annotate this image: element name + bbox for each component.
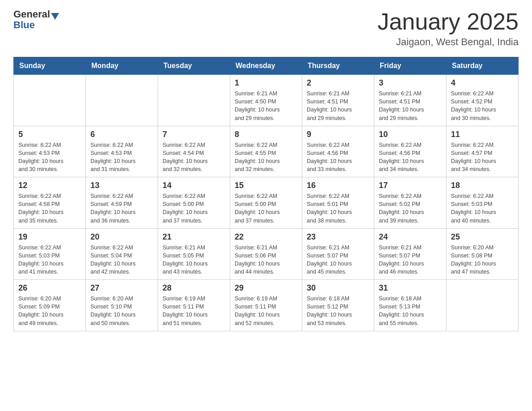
day-info: Sunrise: 6:18 AM Sunset: 5:13 PM Dayligh… [379, 295, 442, 327]
calendar-cell: 30Sunrise: 6:18 AM Sunset: 5:12 PM Dayli… [302, 280, 374, 331]
day-number: 22 [235, 232, 297, 242]
calendar-cell: 18Sunrise: 6:22 AM Sunset: 5:03 PM Dayli… [446, 177, 519, 229]
day-info: Sunrise: 6:21 AM Sunset: 4:51 PM Dayligh… [307, 90, 369, 122]
day-info: Sunrise: 6:20 AM Sunset: 5:09 PM Dayligh… [18, 295, 81, 327]
calendar-cell: 5Sunrise: 6:22 AM Sunset: 4:53 PM Daylig… [14, 126, 86, 177]
calendar-cell: 31Sunrise: 6:18 AM Sunset: 5:13 PM Dayli… [374, 280, 446, 331]
day-number: 21 [163, 232, 225, 242]
day-info: Sunrise: 6:22 AM Sunset: 5:02 PM Dayligh… [379, 192, 442, 225]
day-number: 28 [163, 283, 225, 293]
day-number: 25 [451, 232, 514, 242]
day-number: 31 [379, 283, 442, 293]
day-info: Sunrise: 6:21 AM Sunset: 5:05 PM Dayligh… [163, 244, 225, 276]
day-number: 24 [379, 232, 442, 242]
day-number: 3 [379, 78, 442, 88]
calendar-cell: 23Sunrise: 6:21 AM Sunset: 5:07 PM Dayli… [302, 228, 374, 280]
logo-arrow-icon [51, 13, 59, 20]
day-number: 7 [163, 130, 225, 139]
calendar-cell: 6Sunrise: 6:22 AM Sunset: 4:53 PM Daylig… [86, 126, 158, 177]
weekday-header-saturday: Saturday [446, 57, 519, 75]
calendar-cell: 10Sunrise: 6:22 AM Sunset: 4:56 PM Dayli… [374, 126, 446, 177]
calendar-cell [14, 75, 86, 126]
calendar-cell: 8Sunrise: 6:22 AM Sunset: 4:55 PM Daylig… [230, 126, 302, 177]
calendar-cell: 26Sunrise: 6:20 AM Sunset: 5:09 PM Dayli… [14, 280, 86, 331]
day-info: Sunrise: 6:22 AM Sunset: 4:57 PM Dayligh… [451, 141, 514, 174]
day-info: Sunrise: 6:22 AM Sunset: 4:59 PM Dayligh… [90, 192, 153, 225]
day-info: Sunrise: 6:20 AM Sunset: 5:10 PM Dayligh… [90, 295, 153, 327]
calendar-cell: 11Sunrise: 6:22 AM Sunset: 4:57 PM Dayli… [446, 126, 519, 177]
day-number: 26 [18, 283, 81, 293]
day-number: 30 [307, 283, 369, 293]
calendar-cell: 15Sunrise: 6:22 AM Sunset: 5:00 PM Dayli… [230, 177, 302, 229]
day-info: Sunrise: 6:21 AM Sunset: 5:07 PM Dayligh… [307, 244, 369, 276]
day-info: Sunrise: 6:22 AM Sunset: 5:03 PM Dayligh… [18, 244, 81, 276]
day-number: 12 [18, 181, 81, 190]
day-number: 17 [379, 181, 442, 190]
calendar-cell: 20Sunrise: 6:22 AM Sunset: 5:04 PM Dayli… [86, 228, 158, 280]
day-info: Sunrise: 6:21 AM Sunset: 5:07 PM Dayligh… [379, 244, 442, 276]
logo-blue: Blue [13, 20, 60, 30]
logo-general: General [13, 9, 50, 20]
day-number: 1 [235, 78, 297, 88]
calendar-week-3: 12Sunrise: 6:22 AM Sunset: 4:58 PM Dayli… [14, 177, 519, 229]
day-info: Sunrise: 6:19 AM Sunset: 5:11 PM Dayligh… [163, 295, 225, 327]
day-info: Sunrise: 6:22 AM Sunset: 4:52 PM Dayligh… [451, 90, 514, 122]
day-info: Sunrise: 6:18 AM Sunset: 5:12 PM Dayligh… [307, 295, 369, 327]
calendar-week-1: 1Sunrise: 6:21 AM Sunset: 4:50 PM Daylig… [14, 75, 519, 126]
calendar-cell: 7Sunrise: 6:22 AM Sunset: 4:54 PM Daylig… [158, 126, 230, 177]
day-number: 16 [307, 181, 369, 190]
day-info: Sunrise: 6:21 AM Sunset: 5:06 PM Dayligh… [235, 244, 297, 276]
day-number: 14 [163, 181, 225, 190]
calendar-cell: 4Sunrise: 6:22 AM Sunset: 4:52 PM Daylig… [446, 75, 519, 126]
day-number: 23 [307, 232, 369, 242]
day-number: 20 [90, 232, 153, 242]
day-info: Sunrise: 6:22 AM Sunset: 4:56 PM Dayligh… [307, 141, 369, 174]
calendar-cell: 27Sunrise: 6:20 AM Sunset: 5:10 PM Dayli… [86, 280, 158, 331]
weekday-header-friday: Friday [374, 57, 446, 75]
day-info: Sunrise: 6:22 AM Sunset: 5:01 PM Dayligh… [307, 192, 369, 225]
day-info: Sunrise: 6:22 AM Sunset: 4:56 PM Dayligh… [379, 141, 442, 174]
weekday-header-tuesday: Tuesday [158, 57, 230, 75]
day-number: 19 [18, 232, 81, 242]
calendar-cell [446, 280, 519, 331]
day-info: Sunrise: 6:21 AM Sunset: 4:50 PM Dayligh… [235, 90, 297, 122]
calendar-cell: 28Sunrise: 6:19 AM Sunset: 5:11 PM Dayli… [158, 280, 230, 331]
calendar-cell: 17Sunrise: 6:22 AM Sunset: 5:02 PM Dayli… [374, 177, 446, 229]
calendar-table: SundayMondayTuesdayWednesdayThursdayFrid… [13, 57, 519, 331]
day-info: Sunrise: 6:20 AM Sunset: 5:08 PM Dayligh… [451, 244, 514, 276]
calendar-cell: 21Sunrise: 6:21 AM Sunset: 5:05 PM Dayli… [158, 228, 230, 280]
day-info: Sunrise: 6:22 AM Sunset: 5:00 PM Dayligh… [235, 192, 297, 225]
day-number: 18 [451, 181, 514, 190]
day-info: Sunrise: 6:22 AM Sunset: 5:04 PM Dayligh… [90, 244, 153, 276]
calendar-cell: 3Sunrise: 6:21 AM Sunset: 4:51 PM Daylig… [374, 75, 446, 126]
day-number: 6 [90, 130, 153, 139]
calendar-cell: 2Sunrise: 6:21 AM Sunset: 4:51 PM Daylig… [302, 75, 374, 126]
day-number: 29 [235, 283, 297, 293]
day-number: 10 [379, 130, 442, 139]
day-number: 5 [18, 130, 81, 139]
calendar-cell: 24Sunrise: 6:21 AM Sunset: 5:07 PM Dayli… [374, 228, 446, 280]
day-info: Sunrise: 6:22 AM Sunset: 4:58 PM Dayligh… [18, 192, 81, 225]
logo: General Blue [13, 9, 60, 30]
calendar-cell: 13Sunrise: 6:22 AM Sunset: 4:59 PM Dayli… [86, 177, 158, 229]
day-info: Sunrise: 6:22 AM Sunset: 5:00 PM Dayligh… [163, 192, 225, 225]
calendar-cell: 12Sunrise: 6:22 AM Sunset: 4:58 PM Dayli… [14, 177, 86, 229]
weekday-header-sunday: Sunday [14, 57, 86, 75]
day-info: Sunrise: 6:22 AM Sunset: 4:55 PM Dayligh… [235, 141, 297, 174]
calendar-header-row: SundayMondayTuesdayWednesdayThursdayFrid… [14, 57, 519, 75]
calendar-cell: 16Sunrise: 6:22 AM Sunset: 5:01 PM Dayli… [302, 177, 374, 229]
calendar-week-4: 19Sunrise: 6:22 AM Sunset: 5:03 PM Dayli… [14, 228, 519, 280]
weekday-header-thursday: Thursday [302, 57, 374, 75]
day-number: 13 [90, 181, 153, 190]
calendar-week-2: 5Sunrise: 6:22 AM Sunset: 4:53 PM Daylig… [14, 126, 519, 177]
calendar-title: January 2025 [378, 9, 519, 34]
calendar-cell [158, 75, 230, 126]
weekday-header-wednesday: Wednesday [230, 57, 302, 75]
calendar-cell: 9Sunrise: 6:22 AM Sunset: 4:56 PM Daylig… [302, 126, 374, 177]
calendar-cell: 22Sunrise: 6:21 AM Sunset: 5:06 PM Dayli… [230, 228, 302, 280]
day-number: 9 [307, 130, 369, 139]
day-info: Sunrise: 6:22 AM Sunset: 4:54 PM Dayligh… [163, 141, 225, 174]
page-header: General Blue January 2025 Jaigaon, West … [13, 9, 519, 48]
calendar-cell: 19Sunrise: 6:22 AM Sunset: 5:03 PM Dayli… [14, 228, 86, 280]
day-info: Sunrise: 6:22 AM Sunset: 5:03 PM Dayligh… [451, 192, 514, 225]
